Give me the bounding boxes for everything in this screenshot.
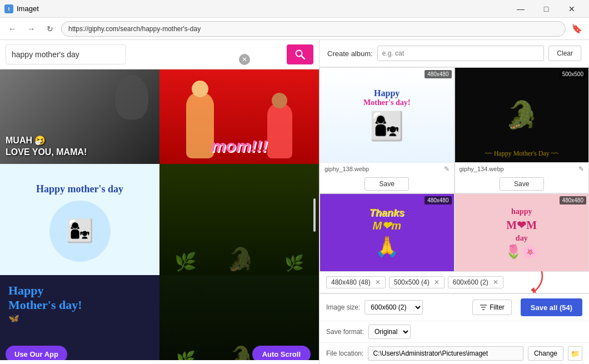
size-select[interactable]: 600x600 (2) 480x480 (48) 500x500 (4) (365, 300, 423, 315)
save-all-button[interactable]: Save all (54) (521, 298, 582, 316)
file-location-row: File location: Change 📁 (320, 342, 589, 364)
bookmark-button[interactable]: 🔖 (569, 21, 585, 37)
format-select[interactable]: Original JPEG PNG WEBP (368, 325, 411, 339)
album-label: Create album: (327, 49, 373, 58)
url-bar[interactable] (61, 21, 566, 37)
minimize-button[interactable]: — (508, 0, 533, 18)
thumbnail-info-2: giphy_134.webp ✎ (455, 162, 589, 175)
thumbnail-4: 480x480 happy M❤M day 🌷🌸 giphy_happy.web… (455, 193, 590, 271)
filter-button[interactable]: Filter (472, 300, 512, 315)
app-icon: I (4, 4, 13, 13)
image-caption-2: mom!!! (211, 137, 268, 156)
close-button[interactable]: ✕ (559, 0, 585, 18)
search-clear-button[interactable]: ✕ (239, 54, 250, 65)
save-button-1[interactable]: Save (365, 177, 409, 191)
thumbnail-image-2: 500x500 🐊 ~~ Happy Mother's Day ~~ (455, 68, 589, 162)
dimension-badge-4: 480x480 (560, 196, 586, 205)
titlebar-left: I Imaget (4, 4, 39, 13)
edit-icon-1[interactable]: ✎ (444, 165, 450, 173)
search-input[interactable] (6, 44, 126, 64)
back-button[interactable]: ← (4, 21, 20, 37)
thumbnail-image-1: 480x480 Happy Mother's day! 👩‍👧 (320, 68, 454, 162)
thumbnail-filename-2: giphy_134.webp (460, 166, 504, 172)
image-caption-3: Happy mother's day (31, 178, 129, 201)
clear-button[interactable]: Clear (548, 46, 581, 61)
left-image-5: Happy Mother's day! 🦋 Use Our App (0, 275, 159, 360)
browser-panel: ✕ MUAH 🤧 LOVE YOU, MAMA! (0, 40, 320, 364)
folder-button[interactable]: 📁 (568, 346, 582, 361)
right-panel: Create album: Clear 480x480 Happy Mother… (320, 40, 589, 364)
image-caption-5: Happy Mother's day! 🦋 (8, 283, 151, 323)
dimension-badge-3: 480x480 (425, 196, 451, 205)
filter-tag-500[interactable]: 500x500 (4) ✕ (389, 276, 445, 288)
bottom-controls: Image size: 600x600 (2) 480x480 (48) 500… (320, 293, 589, 364)
album-input[interactable] (377, 46, 545, 61)
left-image-4: 🌿 🐊 🌿 (159, 164, 319, 275)
size-label: Image size: (326, 303, 360, 311)
thumbnails-grid: 480x480 Happy Mother's day! 👩‍👧 giphy_13… (320, 67, 589, 271)
folder-icon: 📁 (571, 350, 580, 358)
left-image-2: mom!!! (159, 69, 319, 164)
remove-filter-500[interactable]: ✕ (434, 278, 440, 286)
edit-icon-2[interactable]: ✎ (578, 165, 584, 173)
image-caption-1: MUAH 🤧 LOVE YOU, MAMA! (6, 135, 87, 158)
left-image-3: Happy mother's day 👩‍👧 (0, 164, 159, 275)
search-wrapper: ✕ (6, 44, 283, 64)
thumbnail-info-1: giphy_138.webp ✎ (320, 162, 454, 175)
dimension-badge-2: 500x500 (560, 70, 586, 78)
filter-label: Filter (490, 303, 505, 311)
left-image-6: 🌿 🐊 🌿 Auto Scroll (159, 275, 319, 360)
size-filter-row: Image size: 600x600 (2) 480x480 (48) 500… (320, 294, 589, 321)
main-content: ✕ MUAH 🤧 LOVE YOU, MAMA! (0, 40, 589, 364)
reload-button[interactable]: ↻ (42, 21, 58, 37)
filter-icon (480, 303, 487, 311)
remove-filter-600[interactable]: ✕ (493, 278, 498, 286)
thumbnail-2: 500x500 🐊 ~~ Happy Mother's Day ~~ giphy… (455, 67, 590, 193)
svg-line-1 (301, 56, 305, 59)
file-location-input[interactable] (368, 346, 523, 361)
forward-button[interactable]: → (23, 21, 39, 37)
thumbnail-image-3: 480x480 Thanks M❤m 🙏 (320, 194, 454, 271)
filter-tags-row: 480x480 (48) ✕ 500x500 (4) ✕ 600x600 (2)… (320, 271, 589, 293)
titlebar-controls: — □ ✕ (508, 0, 585, 18)
left-image-grid: MUAH 🤧 LOVE YOU, MAMA! (0, 69, 319, 360)
left-image-1: MUAH 🤧 LOVE YOU, MAMA! (0, 69, 159, 164)
save-button-2[interactable]: Save (500, 177, 544, 191)
app-title: Imaget (17, 4, 39, 13)
search-bar: ✕ (0, 40, 319, 69)
search-icon (294, 49, 306, 60)
thumbnail-3: 480x480 Thanks M❤m 🙏 giphy_thanks.webp ✎… (320, 193, 455, 271)
auto-scroll-button[interactable]: Auto Scroll (252, 346, 311, 360)
filter-tag-480[interactable]: 480x480 (48) ✕ (326, 276, 386, 288)
scroll-indicator (313, 198, 316, 232)
album-header: Create album: Clear (320, 40, 589, 67)
use-our-app-button[interactable]: Use Our App (6, 346, 67, 360)
thumbnail-filename-1: giphy_138.webp (325, 166, 369, 172)
thumbnail-image-4: 480x480 happy M❤M day 🌷🌸 (455, 194, 589, 271)
search-button[interactable] (287, 44, 313, 64)
maximize-button[interactable]: □ (533, 0, 559, 18)
browser-bar: ← → ↻ 🔖 (0, 18, 589, 40)
thumbnail-1: 480x480 Happy Mother's day! 👩‍👧 giphy_13… (320, 67, 455, 193)
format-row: Save format: Original JPEG PNG WEBP (320, 321, 589, 342)
format-label: Save format: (326, 328, 364, 336)
filter-tag-600[interactable]: 600x600 (2) ✕ (448, 276, 503, 288)
change-button[interactable]: Change (528, 346, 563, 361)
titlebar: I Imaget — □ ✕ (0, 0, 589, 18)
remove-filter-480[interactable]: ✕ (375, 278, 381, 286)
dimension-badge-1: 480x480 (425, 70, 451, 78)
file-location-label: File location: (326, 350, 363, 357)
thumbnail-save-area-1: Save (320, 175, 454, 193)
thumbnail-save-area-2: Save (455, 175, 589, 193)
